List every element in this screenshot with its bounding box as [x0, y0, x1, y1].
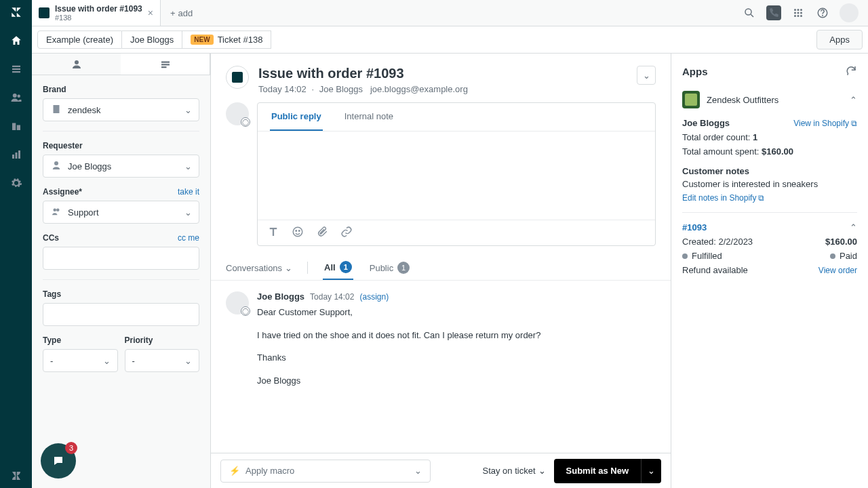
crumb-requester[interactable]: Joe Bloggs: [122, 30, 182, 49]
ticket-meta: Today 14:02 · Joe Bloggs joe.bloggs@exam…: [258, 84, 627, 94]
conv-tab-public[interactable]: Public1: [368, 256, 411, 279]
macro-label: Apply macro: [245, 466, 294, 476]
chevron-up-icon[interactable]: ⌃: [850, 222, 857, 232]
svg-point-30: [299, 230, 300, 232]
priority-select[interactable]: -⌄: [125, 349, 200, 372]
svg-point-20: [75, 60, 79, 64]
conv-tab-all[interactable]: All1: [323, 256, 353, 280]
nav-customers-icon[interactable]: [9, 91, 23, 104]
all-count-badge: 1: [340, 261, 352, 273]
customer-notes: Customer is interested in sneakers: [682, 179, 857, 189]
msg-author: Joe Bloggs: [257, 291, 304, 302]
msg-assign-link[interactable]: (assign): [359, 292, 389, 302]
type-select[interactable]: -⌄: [43, 349, 118, 372]
search-icon[interactable]: [742, 5, 757, 20]
user-badge-icon: ◯: [241, 117, 250, 127]
apps-grid-icon[interactable]: [791, 5, 806, 20]
attachment-icon[interactable]: [316, 226, 328, 240]
nav-admin-icon[interactable]: [9, 176, 23, 190]
close-tab-icon[interactable]: ×: [148, 7, 153, 18]
expand-button[interactable]: ⌄: [637, 66, 656, 85]
building-icon: [50, 103, 62, 117]
chevron-down-icon: ⌄: [184, 161, 192, 171]
conversations-dropdown[interactable]: Conversations ⌄: [226, 263, 292, 273]
chevron-down-icon: ⌄: [538, 466, 546, 476]
composer-textarea[interactable]: [258, 131, 655, 220]
external-link-icon: ⧉: [851, 119, 857, 128]
assignee-label: Assignee*: [43, 187, 82, 197]
nav-views-icon[interactable]: [9, 62, 23, 76]
tags-input[interactable]: [43, 303, 199, 326]
submit-dropdown[interactable]: ⌄: [641, 459, 661, 483]
brand-label: Brand: [43, 85, 199, 94]
assignee-select[interactable]: Support ⌄: [43, 201, 199, 224]
nav-logo-icon[interactable]: [9, 5, 23, 19]
apps-toggle-button[interactable]: Apps: [816, 30, 863, 49]
ticket-tab[interactable]: Issue with order #1093 #138 ×: [32, 0, 161, 26]
breadcrumb: Example (create) Joe Bloggs NEW Ticket #…: [32, 26, 868, 54]
requester-select[interactable]: Joe Bloggs ⌄: [43, 155, 199, 178]
submit-button[interactable]: Submit as New: [554, 459, 641, 483]
svg-point-28: [293, 227, 302, 237]
chevron-down-icon: ⌄: [184, 207, 192, 218]
order-number-link[interactable]: #1093: [682, 222, 707, 232]
svg-rect-0: [12, 66, 20, 67]
svg-point-14: [800, 12, 802, 14]
emoji-icon[interactable]: [292, 226, 304, 240]
app-name: Zendesk Outfitters: [707, 95, 843, 105]
tab-title: Issue with order #1093: [55, 4, 142, 14]
tab-subtitle: #138: [55, 14, 142, 22]
app-icon: [682, 91, 700, 108]
refresh-icon[interactable]: [845, 64, 857, 79]
left-sidebar: Brand zendesk ⌄ Requester Joe Bloggs ⌄: [32, 54, 211, 488]
nav-org-icon[interactable]: [9, 119, 23, 133]
assignee-value: Support: [68, 207, 99, 218]
apply-macro-select[interactable]: ⚡ Apply macro ⌄: [220, 460, 431, 483]
type-label: Type: [43, 336, 118, 345]
talk-icon[interactable]: [766, 5, 781, 20]
edit-notes-link[interactable]: Edit notes in Shopify ⧉: [682, 193, 857, 203]
nav-home-icon[interactable]: [9, 34, 23, 47]
crumb-ticket[interactable]: NEW Ticket #138: [182, 30, 271, 49]
chevron-down-icon: ⌄: [414, 466, 422, 476]
left-tab-ticket[interactable]: [121, 54, 210, 75]
add-tab-label: add: [178, 8, 193, 18]
help-icon[interactable]: [815, 5, 830, 20]
message: ◯ Joe Bloggs Today 14:02 (assign) Dear C…: [226, 291, 656, 396]
chevron-down-icon: ⌄: [184, 105, 192, 115]
global-nav: [0, 0, 32, 488]
tabbar: Issue with order #1093 #138 × + add: [32, 0, 868, 26]
chat-fab[interactable]: 3: [41, 443, 76, 479]
svg-point-3: [12, 94, 16, 98]
svg-rect-24: [54, 105, 60, 113]
svg-rect-22: [161, 64, 170, 65]
crumb-example[interactable]: Example (create): [37, 30, 122, 49]
brand-select[interactable]: zendesk ⌄: [43, 98, 199, 121]
tab-internal-note[interactable]: Internal note: [343, 103, 395, 131]
ccs-input[interactable]: [43, 247, 199, 270]
svg-point-16: [797, 15, 800, 17]
svg-point-19: [823, 15, 823, 16]
link-icon[interactable]: [340, 226, 353, 240]
nav-zendesk-icon[interactable]: [9, 469, 23, 483]
format-text-icon[interactable]: [267, 226, 279, 240]
user-icon: [50, 159, 62, 174]
take-it-link[interactable]: take it: [178, 187, 199, 197]
app-header[interactable]: Zendesk Outfitters ⌃: [682, 91, 857, 108]
view-in-shopify-link[interactable]: View in Shopify ⧉: [793, 118, 857, 128]
msg-avatar: ◯: [226, 291, 249, 314]
nav-reports-icon[interactable]: [9, 148, 23, 161]
view-order-link[interactable]: View order: [818, 265, 857, 275]
add-tab-button[interactable]: + add: [161, 0, 202, 26]
cc-me-link[interactable]: cc me: [178, 233, 199, 243]
svg-rect-6: [15, 152, 17, 159]
ticket-icon: [226, 66, 249, 89]
brand-value: zendesk: [68, 105, 100, 115]
svg-point-25: [54, 161, 58, 165]
left-tab-user[interactable]: [32, 54, 121, 75]
tab-public-reply[interactable]: Public reply: [270, 103, 323, 131]
user-avatar[interactable]: [840, 3, 859, 22]
ticket-tab-icon: [39, 7, 50, 18]
stay-on-ticket-dropdown[interactable]: Stay on ticket ⌄: [482, 466, 545, 476]
chat-badge: 3: [65, 442, 77, 454]
